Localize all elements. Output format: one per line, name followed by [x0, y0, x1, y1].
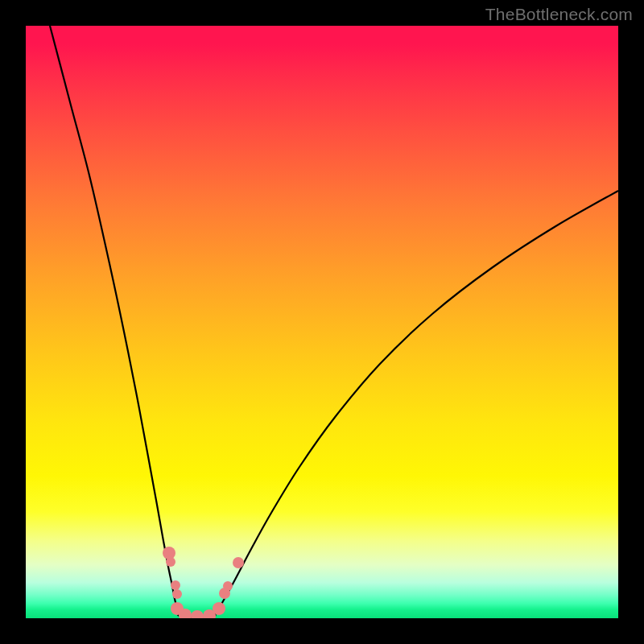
data-marker: [171, 580, 180, 590]
data-marker: [223, 581, 233, 591]
data-marker: [172, 589, 182, 599]
credit-label: TheBottleneck.com: [485, 5, 633, 24]
bottleneck-curve: [50, 26, 618, 617]
data-marker: [166, 557, 175, 567]
data-marker: [233, 557, 244, 568]
chart-frame: TheBottleneck.com: [0, 0, 644, 644]
data-marker: [191, 610, 204, 618]
plot-area: [26, 26, 618, 618]
data-marker: [213, 602, 225, 615]
curve-layer: [26, 26, 618, 618]
markers-group: [163, 547, 244, 618]
